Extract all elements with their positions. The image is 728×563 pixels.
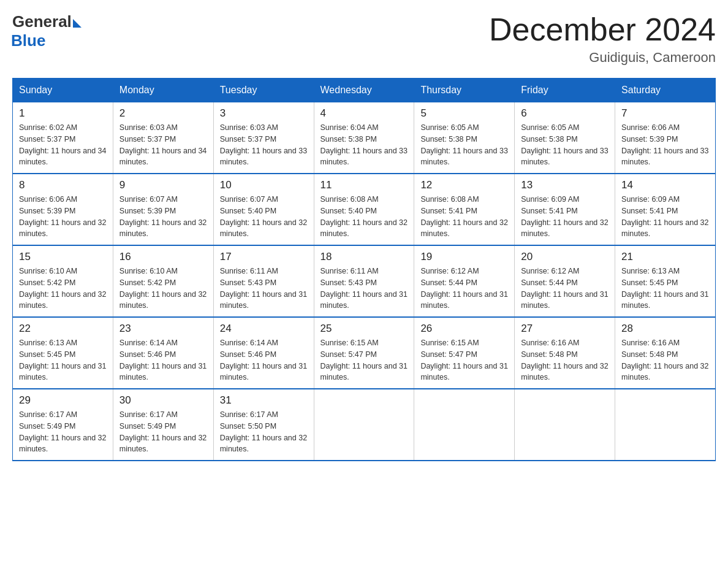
title-area: December 2024 Guidiguis, Cameroon: [489, 12, 716, 66]
calendar-cell: 19Sunrise: 6:12 AMSunset: 5:44 PMDayligh…: [414, 245, 515, 317]
day-number: 20: [521, 251, 609, 263]
calendar-cell: 15Sunrise: 6:10 AMSunset: 5:42 PMDayligh…: [13, 245, 113, 317]
day-info: Sunrise: 6:04 AMSunset: 5:38 PMDaylight:…: [320, 122, 408, 168]
day-info: Sunrise: 6:15 AMSunset: 5:47 PMDaylight:…: [320, 337, 408, 383]
header-row: SundayMondayTuesdayWednesdayThursdayFrid…: [13, 79, 716, 102]
day-info: Sunrise: 6:08 AMSunset: 5:40 PMDaylight:…: [320, 194, 408, 240]
day-number: 7: [621, 107, 709, 120]
day-info: Sunrise: 6:09 AMSunset: 5:41 PMDaylight:…: [621, 194, 709, 240]
header-cell-wednesday: Wednesday: [314, 79, 414, 102]
day-number: 1: [19, 107, 107, 120]
day-info: Sunrise: 6:03 AMSunset: 5:37 PMDaylight:…: [119, 122, 207, 168]
day-info: Sunrise: 6:07 AMSunset: 5:39 PMDaylight:…: [119, 194, 207, 240]
day-info: Sunrise: 6:13 AMSunset: 5:45 PMDaylight:…: [621, 266, 709, 312]
day-info: Sunrise: 6:17 AMSunset: 5:50 PMDaylight:…: [220, 409, 308, 455]
location-subtitle: Guidiguis, Cameroon: [489, 50, 716, 66]
day-number: 11: [320, 179, 408, 191]
day-number: 28: [621, 323, 709, 335]
logo: General Blue: [12, 12, 82, 50]
calendar-cell: [314, 389, 414, 461]
calendar-cell: 4Sunrise: 6:04 AMSunset: 5:38 PMDaylight…: [314, 102, 414, 174]
calendar-cell: 30Sunrise: 6:17 AMSunset: 5:49 PMDayligh…: [113, 389, 213, 461]
day-info: Sunrise: 6:12 AMSunset: 5:44 PMDaylight:…: [420, 266, 508, 312]
logo-blue-text: Blue: [11, 31, 45, 50]
calendar-cell: 13Sunrise: 6:09 AMSunset: 5:41 PMDayligh…: [515, 174, 615, 245]
day-info: Sunrise: 6:14 AMSunset: 5:46 PMDaylight:…: [119, 337, 207, 383]
day-number: 4: [320, 107, 408, 120]
header-cell-thursday: Thursday: [414, 79, 515, 102]
calendar-cell: 18Sunrise: 6:11 AMSunset: 5:43 PMDayligh…: [314, 245, 414, 317]
day-number: 27: [521, 323, 609, 335]
day-number: 30: [119, 394, 207, 407]
day-info: Sunrise: 6:16 AMSunset: 5:48 PMDaylight:…: [621, 337, 709, 383]
calendar-cell: 7Sunrise: 6:06 AMSunset: 5:39 PMDaylight…: [615, 102, 716, 174]
calendar-cell: 1Sunrise: 6:02 AMSunset: 5:37 PMDaylight…: [13, 102, 113, 174]
calendar-cell: 8Sunrise: 6:06 AMSunset: 5:39 PMDaylight…: [13, 174, 113, 245]
day-info: Sunrise: 6:11 AMSunset: 5:43 PMDaylight:…: [220, 266, 308, 312]
calendar-cell: [515, 389, 615, 461]
day-info: Sunrise: 6:06 AMSunset: 5:39 PMDaylight:…: [621, 122, 709, 168]
calendar-cell: 9Sunrise: 6:07 AMSunset: 5:39 PMDaylight…: [113, 174, 213, 245]
calendar-body: 1Sunrise: 6:02 AMSunset: 5:37 PMDaylight…: [13, 102, 716, 461]
calendar-cell: 26Sunrise: 6:15 AMSunset: 5:47 PMDayligh…: [414, 317, 515, 389]
week-row-2: 8Sunrise: 6:06 AMSunset: 5:39 PMDaylight…: [13, 174, 716, 245]
calendar-cell: 25Sunrise: 6:15 AMSunset: 5:47 PMDayligh…: [314, 317, 414, 389]
day-info: Sunrise: 6:02 AMSunset: 5:37 PMDaylight:…: [19, 122, 107, 168]
calendar-cell: [414, 389, 515, 461]
calendar-cell: 24Sunrise: 6:14 AMSunset: 5:46 PMDayligh…: [213, 317, 314, 389]
day-info: Sunrise: 6:06 AMSunset: 5:39 PMDaylight:…: [19, 194, 107, 240]
header-cell-tuesday: Tuesday: [213, 79, 314, 102]
calendar-cell: 17Sunrise: 6:11 AMSunset: 5:43 PMDayligh…: [213, 245, 314, 317]
calendar-cell: 23Sunrise: 6:14 AMSunset: 5:46 PMDayligh…: [113, 317, 213, 389]
header-cell-saturday: Saturday: [615, 79, 716, 102]
calendar-cell: 5Sunrise: 6:05 AMSunset: 5:38 PMDaylight…: [414, 102, 515, 174]
day-number: 6: [521, 107, 609, 120]
day-number: 21: [621, 251, 709, 263]
calendar-cell: 14Sunrise: 6:09 AMSunset: 5:41 PMDayligh…: [615, 174, 716, 245]
calendar-cell: 11Sunrise: 6:08 AMSunset: 5:40 PMDayligh…: [314, 174, 414, 245]
day-number: 18: [320, 251, 408, 263]
page-header: General Blue December 2024 Guidiguis, Ca…: [12, 12, 716, 66]
calendar-cell: 31Sunrise: 6:17 AMSunset: 5:50 PMDayligh…: [213, 389, 314, 461]
calendar-cell: 2Sunrise: 6:03 AMSunset: 5:37 PMDaylight…: [113, 102, 213, 174]
calendar-cell: 10Sunrise: 6:07 AMSunset: 5:40 PMDayligh…: [213, 174, 314, 245]
calendar-cell: 22Sunrise: 6:13 AMSunset: 5:45 PMDayligh…: [13, 317, 113, 389]
day-number: 13: [521, 179, 609, 191]
day-number: 8: [19, 179, 107, 191]
header-cell-sunday: Sunday: [13, 79, 113, 102]
day-info: Sunrise: 6:08 AMSunset: 5:41 PMDaylight:…: [420, 194, 508, 240]
calendar-cell: 27Sunrise: 6:16 AMSunset: 5:48 PMDayligh…: [515, 317, 615, 389]
day-info: Sunrise: 6:13 AMSunset: 5:45 PMDaylight:…: [19, 337, 107, 383]
day-number: 3: [220, 107, 308, 120]
day-info: Sunrise: 6:07 AMSunset: 5:40 PMDaylight:…: [220, 194, 308, 240]
day-number: 24: [220, 323, 308, 335]
calendar-cell: 3Sunrise: 6:03 AMSunset: 5:37 PMDaylight…: [213, 102, 314, 174]
calendar-cell: 29Sunrise: 6:17 AMSunset: 5:49 PMDayligh…: [13, 389, 113, 461]
day-number: 5: [420, 107, 508, 120]
week-row-4: 22Sunrise: 6:13 AMSunset: 5:45 PMDayligh…: [13, 317, 716, 389]
day-info: Sunrise: 6:10 AMSunset: 5:42 PMDaylight:…: [19, 266, 107, 312]
day-info: Sunrise: 6:17 AMSunset: 5:49 PMDaylight:…: [119, 409, 207, 455]
day-number: 16: [119, 251, 207, 263]
logo-general-text: General: [12, 12, 72, 31]
day-number: 2: [119, 107, 207, 120]
header-cell-monday: Monday: [113, 79, 213, 102]
month-title: December 2024: [489, 12, 716, 47]
day-number: 15: [19, 251, 107, 263]
day-info: Sunrise: 6:11 AMSunset: 5:43 PMDaylight:…: [320, 266, 408, 312]
day-number: 14: [621, 179, 709, 191]
day-number: 9: [119, 179, 207, 191]
day-number: 12: [420, 179, 508, 191]
day-info: Sunrise: 6:16 AMSunset: 5:48 PMDaylight:…: [521, 337, 609, 383]
calendar-cell: 12Sunrise: 6:08 AMSunset: 5:41 PMDayligh…: [414, 174, 515, 245]
day-number: 26: [420, 323, 508, 335]
day-info: Sunrise: 6:03 AMSunset: 5:37 PMDaylight:…: [220, 122, 308, 168]
day-number: 29: [19, 394, 107, 407]
header-cell-friday: Friday: [515, 79, 615, 102]
day-info: Sunrise: 6:14 AMSunset: 5:46 PMDaylight:…: [220, 337, 308, 383]
day-number: 19: [420, 251, 508, 263]
week-row-3: 15Sunrise: 6:10 AMSunset: 5:42 PMDayligh…: [13, 245, 716, 317]
calendar-cell: 28Sunrise: 6:16 AMSunset: 5:48 PMDayligh…: [615, 317, 716, 389]
calendar-header: SundayMondayTuesdayWednesdayThursdayFrid…: [13, 79, 716, 102]
day-number: 31: [220, 394, 308, 407]
